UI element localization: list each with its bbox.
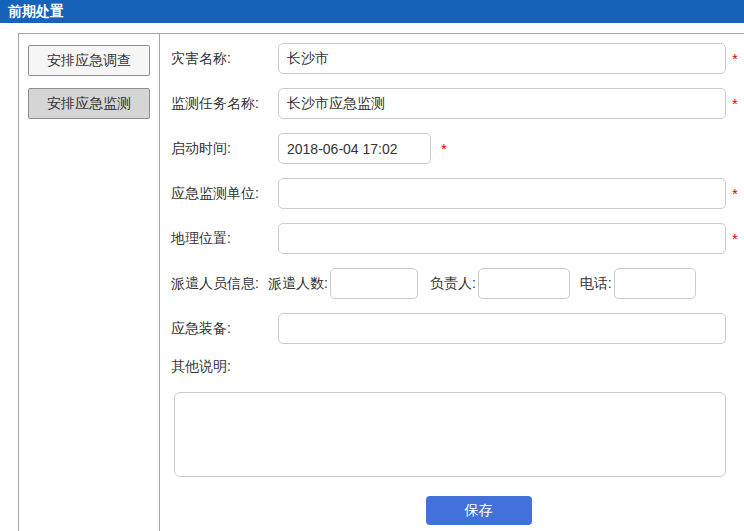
form-row-equipment: 应急装备: bbox=[171, 313, 744, 344]
disaster-name-label: 灾害名称: bbox=[171, 50, 278, 68]
equipment-input[interactable] bbox=[278, 313, 726, 344]
task-name-label: 监测任务名称: bbox=[171, 95, 278, 113]
notes-label: 其他说明: bbox=[171, 358, 278, 376]
personnel-leader-input[interactable] bbox=[478, 268, 570, 299]
required-asterisk: * bbox=[732, 96, 738, 111]
notes-textarea[interactable] bbox=[174, 392, 726, 477]
save-button[interactable]: 保存 bbox=[426, 496, 532, 525]
required-asterisk: * bbox=[441, 141, 447, 156]
sidebar: 安排应急调查 安排应急监测 bbox=[19, 34, 160, 531]
equipment-label: 应急装备: bbox=[171, 320, 278, 338]
location-input[interactable] bbox=[278, 223, 726, 254]
start-time-label: 启动时间: bbox=[171, 140, 278, 158]
form-row-task-name: 监测任务名称: * bbox=[171, 88, 744, 119]
personnel-count-label: 派遣人数: bbox=[268, 275, 328, 293]
page-title: 前期处置 bbox=[8, 3, 64, 21]
start-time-input[interactable] bbox=[278, 133, 431, 164]
personnel-phone-label: 电话: bbox=[580, 275, 612, 293]
form-row-start-time: 启动时间: * bbox=[171, 133, 744, 164]
form-row-monitor-unit: 应急监测单位: * bbox=[171, 178, 744, 209]
save-row: 保存 bbox=[171, 496, 726, 525]
form-row-location: 地理位置: * bbox=[171, 223, 744, 254]
form-area: 灾害名称: * 监测任务名称: * 启动时间: * 应急监测单位: * 地理位置… bbox=[160, 34, 744, 531]
arrange-emergency-investigation-button[interactable]: 安排应急调查 bbox=[28, 45, 150, 76]
personnel-label: 派遣人员信息: bbox=[171, 275, 268, 293]
required-asterisk: * bbox=[732, 231, 738, 246]
monitor-unit-input[interactable] bbox=[278, 178, 726, 209]
location-label: 地理位置: bbox=[171, 230, 278, 248]
main-panel: 安排应急调查 安排应急监测 灾害名称: * 监测任务名称: * 启动时间: * … bbox=[18, 33, 744, 531]
personnel-leader-label: 负责人: bbox=[430, 275, 476, 293]
required-asterisk: * bbox=[732, 186, 738, 201]
task-name-input[interactable] bbox=[278, 88, 726, 119]
disaster-name-input[interactable] bbox=[278, 43, 726, 74]
personnel-count-input[interactable] bbox=[330, 268, 418, 299]
required-asterisk: * bbox=[732, 51, 738, 66]
personnel-phone-input[interactable] bbox=[614, 268, 696, 299]
form-row-notes-label: 其他说明: bbox=[171, 358, 744, 376]
form-row-personnel: 派遣人员信息: 派遣人数: 负责人: 电话: bbox=[171, 268, 744, 299]
form-row-disaster-name: 灾害名称: * bbox=[171, 43, 744, 74]
page-title-bar: 前期处置 bbox=[0, 0, 744, 23]
arrange-emergency-monitoring-button[interactable]: 安排应急监测 bbox=[28, 88, 150, 119]
monitor-unit-label: 应急监测单位: bbox=[171, 185, 278, 203]
